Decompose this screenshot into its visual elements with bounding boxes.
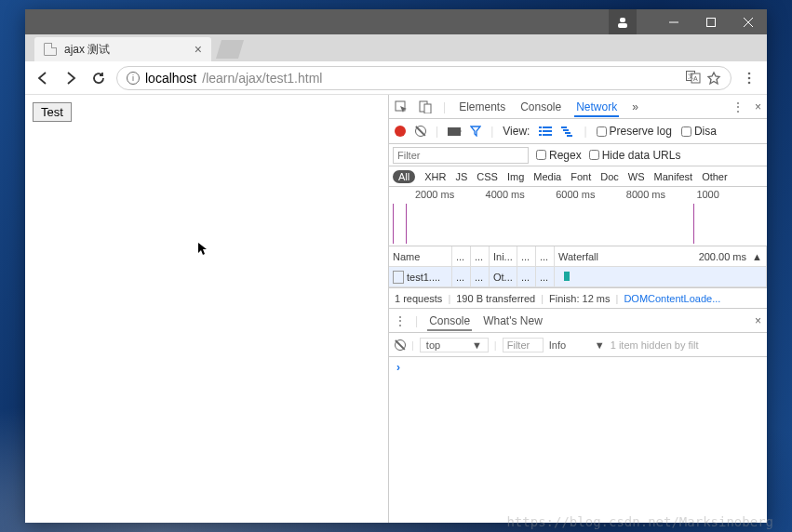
hide-urls-checkbox[interactable]: Hide data URLs [589, 149, 681, 162]
regex-checkbox[interactable]: Regex [536, 149, 582, 162]
waterfall-view-icon[interactable] [561, 126, 574, 137]
type-ws[interactable]: WS [628, 171, 645, 182]
summary-transferred: 190 B transferred [456, 293, 535, 304]
type-css[interactable]: CSS [477, 171, 498, 182]
timeline-overview[interactable]: 2000 ms 4000 ms 6000 ms 8000 ms 1000 [389, 187, 767, 246]
timeline-label: 2000 ms [415, 189, 486, 200]
devtools-panel: | Elements Console Network » ⋮ × | | Vie… [389, 95, 767, 523]
svg-rect-20 [539, 134, 542, 136]
console-filter-input[interactable]: Filter [503, 338, 544, 352]
translate-icon[interactable]: 文A [686, 71, 701, 86]
user-icon[interactable] [609, 9, 637, 34]
url-path: /learn/ajax/test1.html [202, 71, 322, 86]
disable-cache-checkbox[interactable]: Disa [681, 125, 717, 138]
clear-icon[interactable] [415, 126, 426, 137]
type-filter-row: All XHR JS CSS Img Media Font Doc WS Man… [389, 166, 767, 187]
watermark-text: https://blog.csdn.net/Marksinoberg [506, 514, 773, 529]
drawer-tab-console[interactable]: Console [427, 311, 472, 331]
timeline-label: 1000 [696, 189, 767, 200]
type-all[interactable]: All [393, 170, 415, 183]
console-toolbar: | top▼ | Filter Info▼ 1 item hidden by f… [389, 333, 767, 357]
browser-window: ajax 测试 × i localhost/learn/ajax/test1.h… [25, 9, 767, 523]
summary-requests: 1 requests [395, 293, 442, 304]
timeline-label: 4000 ms [486, 189, 557, 200]
file-icon [393, 271, 404, 284]
network-summary: 1 requests| 190 B transferred| Finish: 1… [389, 288, 767, 309]
clear-console-icon[interactable] [395, 339, 406, 351]
browser-tab[interactable]: ajax 测试 × [34, 37, 211, 61]
network-toolbar: | | View: | Preserve log Disa [389, 119, 767, 144]
console-body[interactable]: › [389, 357, 767, 523]
table-row[interactable]: test1.... ... ... Ot... ... ... [389, 267, 767, 287]
back-button[interactable] [33, 68, 53, 88]
svg-rect-1 [618, 23, 627, 28]
svg-point-11 [748, 76, 751, 79]
type-xhr[interactable]: XHR [424, 171, 446, 182]
context-selector[interactable]: top▼ [420, 338, 489, 352]
filter-input[interactable] [393, 147, 529, 164]
tab-title: ajax 测试 [64, 42, 110, 58]
col-waterfall[interactable]: Waterfall200.00 ms ▲ [555, 246, 767, 266]
col-time[interactable]: ... [536, 246, 555, 266]
svg-rect-24 [565, 132, 571, 134]
url-host: localhost [145, 71, 196, 86]
network-table: Name ... ... Ini... ... ... Waterfall200… [389, 246, 767, 288]
menu-button[interactable] [739, 68, 759, 88]
drawer-tab-whatsnew[interactable]: What's New [481, 311, 544, 331]
devtools-menu-icon[interactable]: ⋮ [732, 100, 744, 113]
svg-text:A: A [693, 75, 698, 82]
tab-elements[interactable]: Elements [457, 97, 507, 117]
site-info-icon[interactable]: i [127, 72, 140, 85]
cursor-icon [197, 242, 208, 257]
svg-rect-21 [543, 134, 552, 136]
bookmark-icon[interactable] [706, 71, 721, 86]
minimize-button[interactable] [655, 9, 692, 34]
col-size[interactable]: ... [517, 246, 536, 266]
log-level-selector[interactable]: Info▼ [549, 339, 605, 351]
reload-button[interactable] [88, 68, 109, 88]
tab-network[interactable]: Network [574, 97, 619, 117]
filter-icon[interactable] [470, 126, 481, 137]
devtools-tabs: | Elements Console Network » ⋮ × [389, 95, 767, 119]
inspect-icon[interactable] [395, 100, 408, 113]
type-manifest[interactable]: Manifest [654, 171, 693, 182]
test-button[interactable]: Test [33, 102, 72, 122]
console-hint: 1 item hidden by filt [611, 339, 699, 351]
view-label: View: [503, 125, 530, 138]
type-img[interactable]: Img [507, 171, 524, 182]
drawer-close-icon[interactable]: × [755, 314, 761, 327]
screenshot-icon[interactable] [448, 127, 461, 136]
file-icon [44, 43, 57, 56]
type-other[interactable]: Other [702, 171, 728, 182]
tab-console[interactable]: Console [518, 97, 563, 117]
svg-rect-18 [539, 130, 542, 132]
maximize-button[interactable] [692, 9, 730, 34]
new-tab-button[interactable] [216, 40, 244, 59]
col-status[interactable]: ... [452, 246, 471, 266]
close-tab-icon[interactable]: × [195, 42, 202, 57]
close-button[interactable] [730, 9, 767, 34]
table-header: Name ... ... Ini... ... ... Waterfall200… [389, 246, 767, 267]
type-js[interactable]: JS [455, 171, 467, 182]
summary-dcl: DOMContentLoade... [624, 293, 720, 304]
devtools-close-icon[interactable]: × [755, 100, 761, 113]
record-icon[interactable] [395, 126, 406, 137]
svg-rect-15 [424, 104, 431, 113]
col-initiator[interactable]: Ini... [490, 246, 517, 266]
type-doc[interactable]: Doc [600, 171, 619, 182]
filter-row: Regex Hide data URLs [389, 144, 767, 166]
drawer-menu-icon[interactable]: ⋮ [395, 314, 406, 327]
type-font[interactable]: Font [571, 171, 591, 182]
preserve-log-checkbox[interactable]: Preserve log [597, 125, 672, 138]
forward-button[interactable] [60, 68, 81, 88]
col-name[interactable]: Name [389, 246, 452, 266]
svg-rect-25 [567, 135, 572, 137]
col-type[interactable]: ... [471, 246, 490, 266]
tab-more[interactable]: » [630, 97, 640, 117]
device-icon[interactable] [419, 100, 432, 113]
url-field[interactable]: i localhost/learn/ajax/test1.html 文A [116, 66, 732, 90]
type-media[interactable]: Media [533, 171, 561, 182]
large-rows-icon[interactable] [539, 126, 552, 136]
svg-rect-3 [707, 18, 716, 26]
summary-finish: Finish: 12 ms [549, 293, 610, 304]
